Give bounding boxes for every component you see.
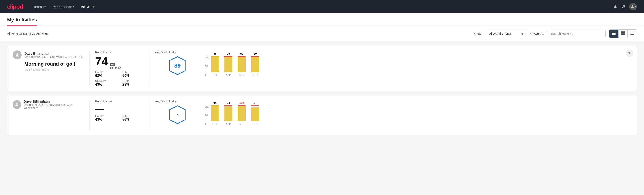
hex-score: 89 — [174, 62, 181, 69]
nav-activities-label: Activities — [81, 5, 94, 9]
view-compact-button[interactable] — [628, 30, 637, 38]
navbar: clippd Teams ▾ Performance ▾ Activities … — [0, 0, 644, 14]
viewing-count: 12 — [19, 32, 22, 36]
svg-rect-7 — [623, 34, 625, 35]
activity-card: Dave Billingham October 16, 2021 · Gog M… — [7, 95, 637, 136]
activity-type-select-wrapper[interactable]: All Activity Types — [486, 30, 526, 38]
stat-updown: Up/Down 43% — [95, 80, 117, 86]
y-label: 100 — [205, 105, 209, 108]
bar-label-top: 89 — [254, 52, 256, 55]
user-date: October 16, 2021 · Gog Magog Golf Club -… — [24, 103, 84, 110]
svg-rect-4 — [621, 32, 623, 33]
round-score-label: Round Score — [95, 100, 144, 103]
stat-label: FW Hit — [95, 114, 117, 118]
bar-track — [211, 105, 219, 121]
view-list-button[interactable] — [610, 30, 618, 38]
bar-label-bottom: APP — [226, 74, 231, 76]
view-grid-button[interactable] — [618, 30, 628, 38]
stat-label: FW Hit — [95, 70, 117, 74]
user-date: December 05, 2021 · Gog Magog Golf Club … — [24, 55, 82, 58]
bar-label-bottom: PUTT — [252, 123, 258, 126]
bar-putt: 87 PUTT — [251, 101, 259, 126]
hexagon-wrapper: 89 — [167, 56, 188, 76]
data-source: Data Source: Arccos — [24, 68, 84, 72]
bar-label-top: 93 — [227, 101, 230, 104]
stat-label: Up/Down — [95, 80, 117, 82]
bar-arg: 106 ARG — [238, 101, 246, 126]
bar-ott: 94 OTT — [211, 101, 219, 126]
score-number: — — [95, 105, 104, 114]
stat-1putt: 1 Putt 28% — [122, 80, 144, 86]
toolbar: Viewing 12 out of 29 Activities Show: Al… — [0, 26, 644, 41]
bar-track — [224, 56, 232, 72]
logo: clippd — [7, 3, 23, 10]
search-input[interactable] — [548, 30, 606, 38]
card-quality: Avg Shot Quality · — [155, 100, 200, 125]
stat-fw-hit: FW Hit 62% — [95, 70, 117, 78]
edit-button[interactable]: ✎ — [626, 50, 633, 57]
bar-fill — [224, 106, 232, 121]
stat-value: 62% — [95, 74, 117, 78]
bar-putt: 89 PUTT — [251, 52, 259, 76]
page-title: My Activities — [7, 14, 37, 26]
card-left: Dave Billingham December 05, 2021 · Gog … — [13, 50, 84, 72]
stat-grid: FW Hit 62% GIR 50% Up/Down 43% 1 Putt 28… — [95, 70, 144, 86]
bar-track — [238, 105, 246, 121]
bar-fill — [224, 56, 232, 72]
round-score-row: 74 +4 18 Holes — [95, 56, 144, 70]
card-quality: Avg Shot Quality 89 — [155, 50, 200, 76]
card-left: Dave Billingham October 16, 2021 · Gog M… — [13, 100, 84, 111]
bar-label-top: 106 — [240, 101, 244, 104]
bar-label-top: 85 — [213, 52, 216, 55]
nav-activities[interactable]: Activities — [81, 4, 94, 10]
divider — [90, 100, 90, 131]
refresh-icon[interactable]: ↺ — [622, 4, 625, 9]
bar-top-line — [251, 105, 259, 106]
activity-type-select[interactable]: All Activity Types — [486, 30, 526, 38]
keywords-label: Keywords: — [530, 32, 544, 36]
avatar[interactable]: ▾ — [629, 3, 637, 10]
show-label: Show: — [474, 32, 482, 36]
nav-performance[interactable]: Performance ▾ — [53, 4, 74, 10]
bar-fill — [238, 56, 246, 72]
bar-fill — [238, 105, 246, 121]
bar-top-line — [238, 56, 246, 57]
bar-top-line — [251, 56, 259, 57]
add-icon[interactable]: ⊕ — [614, 4, 618, 9]
bar-top-line — [238, 105, 246, 106]
viewing-text: Viewing 12 out of 29 Activities — [7, 32, 470, 36]
hex-score: · — [176, 111, 178, 118]
score-holes: 18 Holes — [110, 66, 121, 70]
quality-title: Avg Shot Quality — [155, 50, 177, 54]
user-name: Dave Billingham — [24, 100, 84, 103]
bar-ott: 85 OTT — [211, 52, 219, 76]
bar-fill — [251, 56, 259, 72]
svg-rect-10 — [630, 34, 634, 34]
divider — [150, 100, 150, 131]
svg-point-11 — [16, 53, 18, 55]
page-header: My Activities — [0, 14, 644, 26]
stat-value: 56% — [122, 118, 144, 122]
card-chart: 100 50 0 94 OTT 93 — [205, 100, 631, 131]
nav-teams[interactable]: Teams ▾ — [34, 4, 46, 10]
stat-value: 50% — [122, 74, 144, 78]
card-chart: 100 50 0 85 OTT — [205, 50, 631, 82]
bar-fill — [211, 56, 219, 72]
stat-label: GIR — [122, 114, 144, 118]
svg-rect-3 — [612, 34, 616, 35]
svg-rect-5 — [623, 32, 625, 33]
avatar — [13, 100, 21, 109]
bar-top-line — [211, 105, 219, 106]
score-number: 74 — [95, 56, 108, 67]
y-label-100: 100 — [205, 56, 209, 59]
stat-label: GIR — [122, 70, 144, 74]
round-score-row: — — [95, 105, 144, 114]
svg-rect-1 — [612, 32, 616, 32]
avatar — [13, 50, 22, 59]
bar-app: 90 APP — [224, 52, 232, 76]
bar-track — [251, 56, 259, 72]
bar-label-top: 90 — [227, 52, 230, 55]
stat-label: 1 Putt — [122, 80, 144, 82]
bar-fill — [251, 107, 259, 121]
bar-track — [224, 105, 232, 121]
